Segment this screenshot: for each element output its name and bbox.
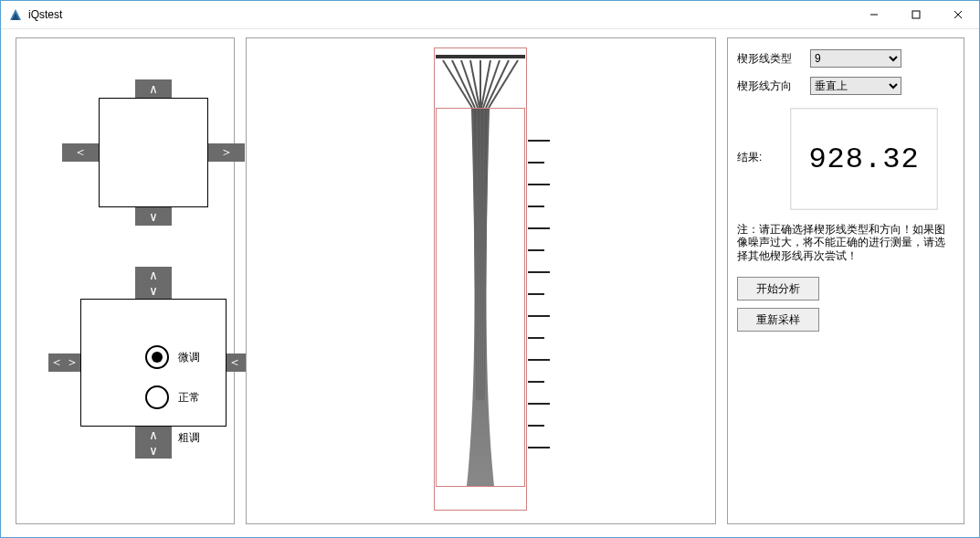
app-icon: [8, 7, 23, 22]
tune-normal-radio[interactable]: 正常: [145, 385, 200, 409]
position-dpad: ∧ ∨ ＜ ＞: [48, 79, 231, 253]
app-window: iQstest ∧ ∨ ＜ ＞ 微调: [0, 0, 980, 538]
move-right-button[interactable]: ＞: [208, 143, 245, 162]
roi-inner[interactable]: [436, 108, 525, 487]
radio-icon: [145, 385, 169, 409]
chevron-up-icon: ∧: [150, 267, 157, 283]
tune-fine-radio[interactable]: 微调: [145, 345, 200, 369]
move-left-button[interactable]: ＜: [62, 143, 99, 162]
expand-down-button[interactable]: ∧ ∨: [135, 427, 172, 459]
chevron-right-icon: ＞: [65, 354, 81, 371]
adjust-dpad: 微调 正常 粗调 ∧ ∨: [48, 267, 249, 468]
result-row: 结果: 928.32: [737, 104, 954, 210]
control-panel: ∧ ∨ ＜ ＞ 微调 正常: [16, 37, 235, 524]
expand-left-button[interactable]: ＜ ＞: [48, 353, 80, 372]
radio-label: 微调: [178, 350, 200, 365]
close-button[interactable]: [937, 1, 979, 28]
minimize-button[interactable]: [853, 1, 895, 28]
roi-outer[interactable]: [434, 47, 527, 511]
wedge-dir-row: 楔形线方向 垂直上: [737, 77, 954, 95]
window-buttons: [853, 1, 979, 28]
wedge-head: [436, 49, 525, 108]
resample-button[interactable]: 重新采样: [737, 308, 819, 332]
chevron-down-icon: ∨: [150, 283, 157, 300]
maximize-button[interactable]: [895, 1, 937, 28]
result-box: 928.32: [790, 108, 938, 210]
wedge-type-select[interactable]: 9: [810, 49, 901, 68]
svg-rect-3: [912, 11, 920, 18]
note-text: 注：请正确选择楔形线类型和方向！如果图像噪声过大，将不能正确的进行测量，请选择其…: [737, 223, 954, 262]
dpad-frame: 微调 正常 粗调: [80, 299, 227, 427]
chevron-up-icon: ∧: [150, 427, 157, 443]
wedge-dir-select[interactable]: 垂直上: [810, 77, 901, 95]
wedge-type-label: 楔形线类型: [737, 51, 801, 67]
move-up-button[interactable]: ∧: [135, 79, 172, 98]
radio-label: 正常: [178, 390, 200, 406]
client-area: ∧ ∨ ＜ ＞ 微调 正常: [1, 28, 979, 537]
svg-line-7: [443, 60, 472, 108]
svg-rect-6: [436, 55, 525, 58]
dpad-frame: [99, 98, 208, 207]
result-label: 结果:: [737, 150, 783, 165]
svg-line-15: [489, 60, 518, 108]
chevron-down-icon: ∨: [150, 443, 157, 459]
preview-panel: [246, 37, 716, 524]
expand-up-button[interactable]: ∧ ∨: [135, 267, 172, 299]
analyze-button[interactable]: 开始分析: [737, 277, 819, 301]
radio-icon: [145, 345, 169, 369]
settings-panel: 楔形线类型 9 楔形线方向 垂直上 结果: 928.32 注：请正确选择楔形线类…: [727, 37, 964, 524]
wedge-type-row: 楔形线类型 9: [737, 49, 954, 68]
chevron-left-icon: ＜: [48, 354, 65, 371]
wedge-dir-label: 楔形线方向: [737, 79, 801, 94]
chevron-left-icon: ＜: [227, 354, 243, 371]
result-value: 928.32: [808, 142, 919, 176]
radio-label: 粗调: [178, 430, 200, 446]
scale-ticks: [528, 140, 564, 482]
titlebar: iQstest: [1, 1, 979, 29]
move-down-button[interactable]: ∨: [135, 207, 172, 226]
window-title: iQstest: [28, 8, 853, 21]
